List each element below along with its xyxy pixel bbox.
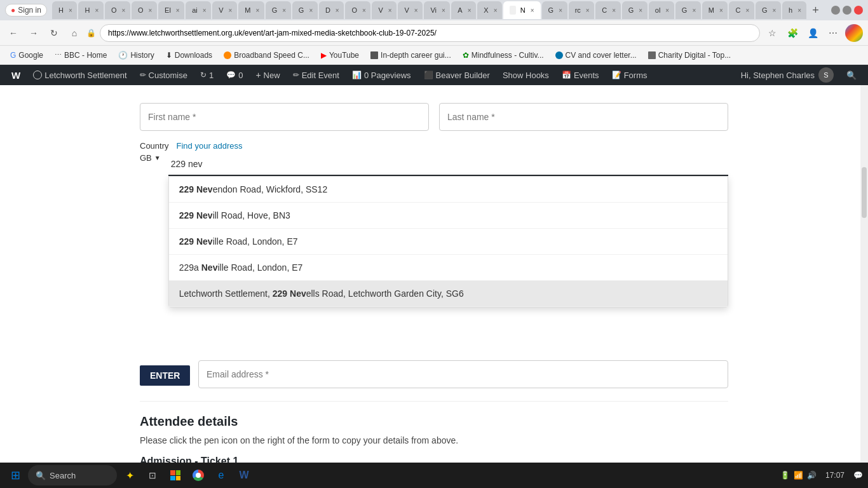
tab-g2[interactable]: G×: [292, 1, 318, 19]
minimize-button[interactable]: [831, 6, 840, 15]
autocomplete-item-1[interactable]: 229 Nevendon Road, Wickford, SS12: [169, 177, 728, 203]
extensions-button[interactable]: 🧩: [784, 25, 801, 41]
tab-m[interactable]: M×: [238, 1, 264, 19]
bookmark-bbc[interactable]: ⋯ BBC - Home: [50, 49, 112, 62]
show-hooks-label: Show Hooks: [503, 71, 549, 80]
url-input[interactable]: [100, 24, 760, 42]
tab-c2[interactable]: C×: [729, 1, 754, 19]
maximize-button[interactable]: [843, 6, 851, 15]
tab-g5[interactable]: G×: [675, 1, 701, 19]
forward-button[interactable]: →: [25, 25, 42, 41]
tab-g3[interactable]: G×: [542, 1, 567, 19]
wp-logo-item[interactable]: W: [5, 65, 27, 85]
sign-in-button[interactable]: ● Sign in: [5, 4, 47, 17]
bookmark-charity-label: Charity Digital - Top...: [658, 51, 731, 60]
profile-button[interactable]: 👤: [804, 25, 821, 41]
tab-o2[interactable]: O×: [132, 1, 157, 19]
tab-el[interactable]: El×: [158, 1, 184, 19]
bookmark-cv[interactable]: CV and cover letter...: [550, 49, 642, 62]
email-input[interactable]: [198, 360, 728, 388]
tab-h1[interactable]: H×: [52, 1, 78, 19]
wp-site-name[interactable]: Letchworth Settlement: [27, 65, 133, 85]
tab-c1[interactable]: C×: [595, 1, 621, 19]
find-address-link[interactable]: Find your address: [177, 141, 728, 151]
tab-o1[interactable]: O×: [105, 1, 130, 19]
reload-button[interactable]: ↻: [46, 25, 62, 41]
tab-vi[interactable]: Vi×: [424, 1, 450, 19]
bookmark-google[interactable]: G Google: [5, 49, 48, 62]
wp-events[interactable]: 📅 Events: [555, 65, 606, 85]
tab-ai[interactable]: ai×: [186, 1, 211, 19]
tab-g6[interactable]: G×: [756, 1, 781, 19]
notification-icon[interactable]: 💬: [853, 471, 863, 480]
new-tab-button[interactable]: +: [808, 1, 824, 19]
country-select[interactable]: GB ▼: [140, 153, 161, 163]
form-content: Country Find your address GB ▼: [0, 85, 868, 488]
scrollbar[interactable]: [860, 85, 868, 488]
autocomplete-item-2[interactable]: 229 Nevill Road, Hove, BN3: [169, 203, 728, 229]
tab-g4[interactable]: G×: [622, 1, 648, 19]
bookmark-mindfulness[interactable]: ✿ Mindfulness - Cultiv...: [458, 49, 549, 62]
bookmark-career[interactable]: In-depth career gui...: [365, 49, 456, 62]
taskbar-windows-icon[interactable]: [165, 465, 186, 485]
close-button[interactable]: [854, 6, 863, 15]
wp-search[interactable]: 🔍: [840, 65, 863, 85]
tab-v1[interactable]: V×: [212, 1, 237, 19]
tab-h3[interactable]: h×: [782, 1, 806, 19]
wp-pageviews[interactable]: 📊 0 Pageviews: [346, 65, 417, 85]
wp-forms[interactable]: 📝 Forms: [606, 65, 654, 85]
more-button[interactable]: ⋯: [825, 25, 841, 41]
tab-rc[interactable]: rc×: [569, 1, 595, 19]
wp-logo-icon: W: [11, 70, 20, 81]
start-button[interactable]: ⊞: [5, 465, 25, 485]
wp-comments[interactable]: 💬 0: [220, 65, 249, 85]
wp-user-info[interactable]: Hi, Stephen Charles S: [735, 67, 840, 83]
tab-n-active[interactable]: N×: [503, 1, 540, 19]
wp-new[interactable]: + New: [249, 65, 286, 85]
autocomplete-item-5[interactable]: Letchworth Settlement, 229 Nevells Road,…: [169, 281, 728, 307]
tab-g1[interactable]: G×: [266, 1, 291, 19]
taskbar-chrome-button[interactable]: [188, 465, 208, 485]
autocomplete-item-4[interactable]: 229a Neville Road, London, E7: [169, 255, 728, 281]
enter-button[interactable]: ENTER: [140, 365, 190, 386]
back-button[interactable]: ←: [5, 25, 22, 41]
bookmark-button[interactable]: ☆: [764, 25, 780, 41]
chrome-logo: [845, 24, 863, 42]
bookmark-youtube[interactable]: ▶ YouTube: [316, 49, 364, 62]
taskbar-widgets-button[interactable]: ✦: [119, 465, 140, 485]
tab-d[interactable]: D×: [319, 1, 344, 19]
tab-x[interactable]: X×: [477, 1, 502, 19]
tab-m2[interactable]: M×: [702, 1, 728, 19]
wp-beaver-builder[interactable]: ⬛ Beaver Builder: [417, 65, 496, 85]
taskbar-edge-button[interactable]: e: [211, 465, 231, 485]
taskbar-task-view-button[interactable]: ⊡: [142, 465, 163, 485]
bookmark-downloads[interactable]: ⬇ Downloads: [161, 49, 217, 62]
autocomplete-item-3[interactable]: 229 Neville Road, London, E7: [169, 229, 728, 255]
taskbar-time[interactable]: 17:07: [820, 471, 850, 480]
scrollbar-thumb[interactable]: [862, 167, 867, 218]
wp-updates[interactable]: ↻ 1: [194, 65, 220, 85]
home-button[interactable]: ⌂: [66, 25, 83, 41]
taskbar-search[interactable]: 🔍 Search: [28, 465, 117, 485]
events-label: Events: [574, 71, 599, 80]
last-name-input[interactable]: [439, 103, 728, 131]
tab-ol[interactable]: ol×: [649, 1, 674, 19]
tab-v3[interactable]: V×: [398, 1, 423, 19]
address-search-input[interactable]: [168, 153, 728, 176]
bookmark-charity[interactable]: Charity Digital - Top...: [643, 49, 736, 62]
tab-a[interactable]: A×: [451, 1, 476, 19]
wp-show-hooks[interactable]: Show Hooks: [496, 65, 555, 85]
taskbar-system-tray: 🔋 📶 🔊 17:07 💬: [780, 471, 863, 480]
career-icon: [370, 51, 378, 59]
wp-customise[interactable]: ✏ Customise: [133, 65, 194, 85]
downloads-icon: ⬇: [166, 51, 172, 60]
tab-h2[interactable]: H×: [78, 1, 104, 19]
user-avatar: S: [818, 67, 834, 83]
bookmark-history[interactable]: 🕐 History: [113, 49, 159, 62]
bookmark-broadband[interactable]: Broadband Speed C...: [219, 49, 315, 62]
wp-edit-event[interactable]: ✏ Edit Event: [287, 65, 346, 85]
first-name-input[interactable]: [140, 103, 429, 131]
taskbar-word-button[interactable]: W: [234, 465, 254, 485]
tab-o3[interactable]: O×: [345, 1, 370, 19]
tab-v2[interactable]: V×: [372, 1, 397, 19]
